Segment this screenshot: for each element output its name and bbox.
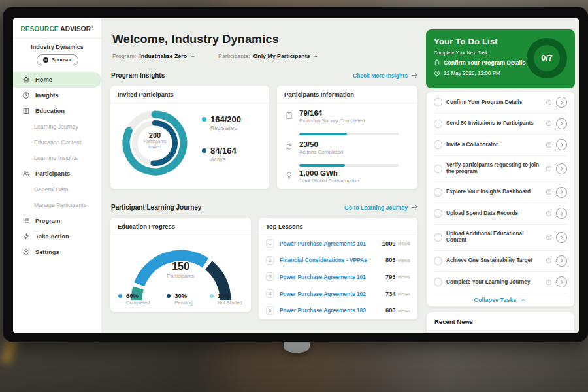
task-checkbox[interactable]	[434, 278, 442, 286]
lesson-link[interactable]: Power Purchase Agreements 101	[280, 274, 385, 280]
sidebar-item-label: Home	[35, 76, 52, 83]
help-icon[interactable]	[546, 279, 552, 286]
task-label: Complete Your Learning Journey	[446, 279, 542, 286]
task-next-button[interactable]	[556, 208, 567, 219]
sidebar-item-home[interactable]: Home	[13, 72, 101, 88]
task-next-button[interactable]	[556, 187, 567, 198]
todo-next-task: Confirm Your Program Details	[444, 59, 525, 66]
check-more-insights-link[interactable]: Check More Insights	[353, 72, 418, 79]
help-icon[interactable]	[546, 165, 552, 172]
sidebar-item-manage-participants[interactable]: Manage Participants	[13, 197, 101, 213]
legend-value: 84/164	[210, 146, 237, 155]
sidebar-item-insights[interactable]: Insights	[13, 88, 101, 103]
app-logo: RESOURCE ADVISOR+	[13, 18, 101, 39]
lesson-link[interactable]: Power Purchase Agreements 103	[280, 307, 385, 314]
task-checkbox[interactable]	[434, 165, 442, 173]
program-filter-dropdown[interactable]: Program: Industrialize Zero	[112, 53, 196, 59]
stat-value: 23/50	[299, 140, 343, 148]
task-next-button[interactable]	[556, 255, 567, 267]
participants-information-card: Participants Information 79/164 Emission…	[276, 85, 418, 189]
stat-global-consumption: 1,000 GWh Total Global Consumption	[285, 169, 359, 184]
sidebar-item-general-data[interactable]: General Data	[13, 182, 101, 197]
lesson-link[interactable]: Power Purchase Agreements 102	[280, 291, 385, 297]
task-next-button[interactable]	[556, 163, 567, 174]
chevron-right-icon	[559, 121, 564, 126]
help-icon[interactable]	[546, 210, 552, 217]
sidebar-item-education-content[interactable]: Education Content	[13, 135, 101, 150]
stat-label: Emission Survey Completed	[299, 118, 365, 123]
lesson-views-word: views	[398, 308, 411, 314]
sidebar-item-label: Participants	[35, 171, 70, 177]
task-checkbox[interactable]	[434, 209, 442, 218]
task-label: Upload Spend Data Records	[446, 210, 542, 217]
home-icon	[22, 76, 30, 84]
learning-journey-section-header: Participant Learning Journey Go to Learn…	[111, 204, 418, 211]
stat-value: 79/164	[299, 109, 365, 117]
legend-dot	[202, 148, 206, 153]
go-to-learning-journey-link[interactable]: Go to Learning Journey	[344, 204, 418, 211]
task-checkbox[interactable]	[434, 233, 442, 242]
task-checkbox[interactable]	[434, 188, 442, 197]
program-insights-heading: Program Insights	[111, 72, 165, 79]
todo-progress-value: 0/7	[541, 54, 552, 63]
task-checkbox[interactable]	[434, 120, 442, 128]
lesson-link[interactable]: Power Purchase Agreements 101	[280, 240, 382, 247]
help-icon[interactable]	[546, 99, 552, 106]
card-title: Invited Participants	[110, 86, 269, 103]
lesson-link[interactable]: Financial Considerations - VPPAs	[280, 257, 385, 263]
task-next-button[interactable]	[556, 276, 567, 287]
dashboard-screen: RESOURCE ADVISOR+ Industry Dynamics Spon…	[13, 18, 579, 333]
sponsor-badge[interactable]: Sponsor	[37, 54, 78, 65]
sidebar-item-learning-journey[interactable]: Learning Journey	[13, 119, 101, 135]
task-row: Upload Additional Educational Content	[434, 225, 567, 251]
clock-icon	[434, 70, 440, 76]
sidebar-nav: Home Insights Education Learning Journey…	[13, 72, 101, 260]
help-icon[interactable]	[546, 189, 552, 195]
program-insights-section-header: Program Insights Check More Insights	[111, 72, 418, 79]
sidebar-item-program[interactable]: Program	[13, 213, 101, 229]
clipboard-icon	[434, 59, 440, 66]
program-filter-value: Industrialize Zero	[139, 53, 187, 59]
help-icon[interactable]	[546, 142, 552, 148]
legend-item-pending: 30% Pending	[167, 292, 193, 306]
chevron-right-icon	[559, 235, 564, 240]
task-next-button[interactable]	[556, 118, 567, 129]
chevron-right-icon	[559, 142, 564, 148]
legend-label: Not Started	[218, 300, 242, 306]
sponsor-badge-label: Sponsor	[52, 57, 71, 63]
sidebar-item-learning-insights[interactable]: Learning Insights	[13, 150, 101, 166]
collapse-tasks-link[interactable]: Collapse Tasks	[434, 293, 567, 307]
task-next-button[interactable]	[556, 97, 567, 108]
task-checkbox[interactable]	[434, 257, 442, 265]
sidebar: RESOURCE ADVISOR+ Industry Dynamics Spon…	[13, 18, 102, 333]
sidebar-item-label: General Data	[34, 186, 68, 193]
task-checkbox[interactable]	[434, 98, 442, 106]
todo-task-list-card: Confirm Your Program Details Send 50 Inv…	[426, 91, 575, 307]
task-next-button[interactable]	[556, 139, 567, 150]
task-checkbox[interactable]	[434, 140, 442, 149]
sidebar-item-participants[interactable]: Participants	[13, 166, 101, 182]
main-content: Welcome, Industry Dynamics Program: Indu…	[110, 18, 423, 333]
help-icon[interactable]	[546, 234, 552, 240]
sidebar-item-settings[interactable]: Settings	[13, 244, 101, 260]
arrow-right-icon	[411, 204, 418, 211]
lightbulb-icon	[285, 171, 293, 180]
sidebar-item-education[interactable]: Education	[13, 103, 101, 119]
card-title: Participants Information	[277, 86, 417, 103]
lesson-row: 2 Financial Considerations - VPPAs 803 v…	[259, 252, 417, 269]
org-name: Industry Dynamics	[13, 44, 101, 50]
list-icon	[22, 217, 30, 225]
task-label: Achieve One Sustainability Target	[446, 257, 542, 264]
lesson-views-word: views	[398, 257, 411, 263]
sidebar-item-take-action[interactable]: Take Action	[13, 229, 101, 244]
task-next-button[interactable]	[556, 232, 567, 243]
sponsor-icon	[42, 57, 49, 63]
sidebar-item-label: Learning Insights	[34, 155, 78, 161]
legend-dot	[202, 117, 206, 122]
help-icon[interactable]	[546, 120, 552, 127]
participants-filter-dropdown[interactable]: Participants: Only My Participants	[218, 53, 319, 59]
task-row: Confirm Your Program Details	[434, 92, 567, 114]
todo-header-card: Your To Do List Complete Your Next Task:…	[426, 29, 575, 88]
progress-fill	[299, 164, 345, 167]
help-icon[interactable]	[546, 257, 552, 264]
